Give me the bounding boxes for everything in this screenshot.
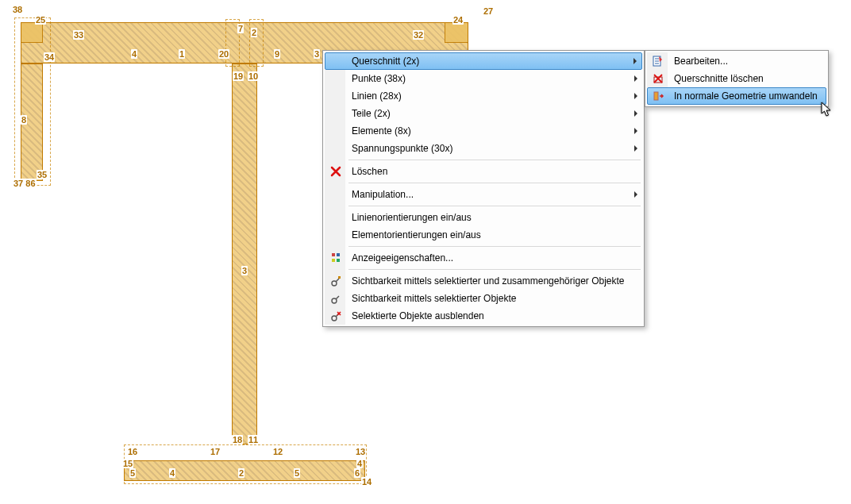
dim-number: 38 <box>12 5 23 14</box>
menu-item-label: Sichtbarkeit mittels selektierter und zu… <box>352 275 625 287</box>
dim-number: 12 <box>272 447 283 456</box>
svg-rect-0 <box>332 253 335 256</box>
submenu-item-querschnitte-loeschen[interactable]: Querschnitte löschen <box>647 70 826 87</box>
dim-number: 13 <box>355 447 366 456</box>
submenu-arrow-icon <box>634 75 637 82</box>
dim-number: 5 <box>129 468 136 478</box>
dim-number: 14 <box>361 477 372 487</box>
beam-outline <box>225 19 240 67</box>
hide-icon <box>329 310 342 322</box>
menu-item-label: Bearbeiten... <box>674 56 728 67</box>
menu-item-ausblenden[interactable]: Selektierte Objekte ausblenden <box>325 307 642 325</box>
dim-number: 2 <box>251 28 257 37</box>
dim-number: 4 <box>356 459 363 468</box>
dim-number: 7 <box>237 24 244 33</box>
menu-item-label: In normale Geometrie umwandeln <box>674 90 818 102</box>
menu-item-label: Linienorientierungen ein/aus <box>352 212 472 223</box>
beam-web <box>232 63 257 444</box>
svg-rect-3 <box>337 259 340 262</box>
svg-rect-10 <box>654 92 658 100</box>
submenu-querschnitt[interactable]: Bearbeiten... Querschnitte löschen In no… <box>645 50 829 107</box>
dim-number: 25 <box>35 15 46 25</box>
dim-number: 17 <box>210 447 221 456</box>
delete-section-icon <box>652 72 664 85</box>
beam-bottom-flange <box>124 460 365 481</box>
menu-item-linien[interactable]: Linien (28x) <box>325 87 642 105</box>
dim-number: 4 <box>169 468 175 478</box>
dim-number: 10 <box>248 71 259 81</box>
menu-item-elemente[interactable]: Elemente (8x) <box>325 122 642 140</box>
submenu-arrow-icon <box>634 191 637 198</box>
menu-separator <box>348 269 641 270</box>
dim-number: 32 <box>413 30 424 40</box>
menu-item-loeschen[interactable]: Löschen <box>325 163 642 180</box>
dim-number: 33 <box>73 30 84 40</box>
dim-number: 24 <box>452 15 464 25</box>
dim-number: 27 <box>483 6 494 16</box>
menu-item-label: Querschnitte löschen <box>674 73 764 84</box>
menu-item-label: Manipulation... <box>352 189 414 200</box>
menu-separator <box>348 206 641 206</box>
context-menu[interactable]: Querschnitt (2x) Punkte (38x) Linien (28… <box>322 50 645 327</box>
menu-item-elementorientierungen[interactable]: Elementorientierungen ein/aus <box>325 226 642 244</box>
svg-rect-5 <box>338 276 341 279</box>
menu-item-spannungspunkte[interactable]: Spannungspunkte (30x) <box>325 140 642 157</box>
submenu-item-bearbeiten[interactable]: Bearbeiten... <box>647 52 826 70</box>
dim-number: 37 86 <box>13 179 37 188</box>
convert-icon <box>653 90 665 102</box>
beam-left-leg <box>21 63 43 181</box>
menu-item-sichtbarkeit-linked[interactable]: Sichtbarkeit mittels selektierter und zu… <box>325 272 642 290</box>
dim-number: 3 <box>241 266 248 275</box>
dim-number: 9 <box>274 49 280 59</box>
menu-separator <box>348 183 641 183</box>
menu-item-label: Teile (2x) <box>352 108 391 119</box>
menu-item-manipulation[interactable]: Manipulation... <box>325 186 642 203</box>
dim-number: 5 <box>294 468 300 478</box>
menu-item-label: Löschen <box>352 166 387 177</box>
menu-item-label: Querschnitt (2x) <box>352 56 419 67</box>
menu-item-label: Sichtbarkeit mittels selektierter Objekt… <box>352 293 516 304</box>
visibility-icon <box>329 292 342 305</box>
menu-item-linienorientierungen[interactable]: Linienorientierungen ein/aus <box>325 209 642 226</box>
beam-chunk <box>445 22 468 43</box>
dim-number: 3 <box>314 49 320 59</box>
menu-item-label: Elementorientierungen ein/aus <box>352 229 481 240</box>
svg-rect-2 <box>332 259 335 262</box>
menu-item-label: Spannungspunkte (30x) <box>352 143 452 154</box>
dim-number: 8 <box>21 115 27 125</box>
submenu-arrow-icon <box>633 58 637 64</box>
edit-icon <box>652 55 664 67</box>
dim-number: 6 <box>354 468 360 478</box>
svg-rect-1 <box>337 253 340 256</box>
dim-number: 11 <box>248 435 259 444</box>
submenu-arrow-icon <box>634 145 637 152</box>
dim-number: 16 <box>127 447 138 456</box>
menu-item-label: Elemente (8x) <box>352 125 411 137</box>
menu-separator <box>348 160 641 160</box>
menu-item-label: Selektierte Objekte ausblenden <box>352 310 484 321</box>
menu-item-punkte[interactable]: Punkte (38x) <box>325 70 642 87</box>
menu-item-teile[interactable]: Teile (2x) <box>325 105 642 122</box>
beam-outline <box>249 19 264 67</box>
dim-number: 35 <box>37 170 48 179</box>
menu-item-sichtbarkeit[interactable]: Sichtbarkeit mittels selektierter Objekt… <box>325 290 642 307</box>
dim-number: 19 <box>233 71 244 81</box>
menu-item-label: Anzeigeeigenschaften... <box>352 252 453 264</box>
submenu-item-convert-geometry[interactable]: In normale Geometrie umwandeln <box>647 87 826 105</box>
beam-chunk <box>21 22 43 43</box>
delete-icon <box>329 165 342 178</box>
dim-number: 4 <box>131 49 137 59</box>
beam-outline <box>14 17 51 186</box>
menu-item-label: Punkte (38x) <box>352 73 406 84</box>
menu-item-querschnitt[interactable]: Querschnitt (2x) <box>325 52 642 70</box>
visibility-linked-icon <box>329 275 342 287</box>
dim-number: 18 <box>232 435 243 444</box>
menu-item-anzeigeeigenschaften[interactable]: Anzeigeeigenschaften... <box>325 249 642 267</box>
dim-number: 2 <box>238 468 245 478</box>
beam-outline <box>124 444 367 484</box>
dim-number: 20 <box>218 49 229 59</box>
properties-icon <box>329 252 342 264</box>
submenu-arrow-icon <box>634 128 637 134</box>
submenu-arrow-icon <box>634 110 637 117</box>
menu-separator <box>348 246 641 247</box>
